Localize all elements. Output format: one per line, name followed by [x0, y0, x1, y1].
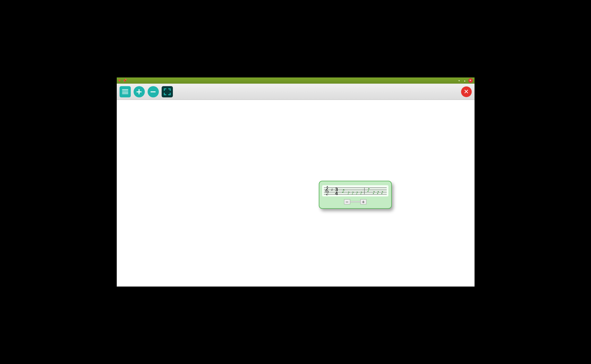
staff-view-button[interactable] — [120, 86, 131, 97]
tooltip-staff-icon: 𝄞 ♯ 3 4 ♪ ♪ ♪ ♪ ♪ ♪ ♪ ♪ ♪ — [322, 185, 388, 196]
close-button[interactable]: ✕ — [461, 86, 472, 97]
question-tooltip: 𝄞 ♯ 3 4 ♪ ♪ ♪ ♪ ♪ ♪ ♪ ♪ ♪ − + — [319, 181, 392, 209]
maximize-icon[interactable]: ▴ — [463, 78, 467, 83]
attempt-prev-button[interactable]: − — [344, 199, 350, 204]
attempt-next-button[interactable]: + — [360, 199, 366, 204]
zoom-in-button[interactable]: + — [134, 86, 145, 97]
info-block — [176, 86, 458, 98]
fullscreen-button[interactable] — [162, 86, 173, 97]
toolbar: + − — [117, 84, 475, 100]
chart-svg — [117, 100, 475, 287]
app-window: ♥ 📌 ▾ ▴ × + − — [117, 77, 475, 287]
window-close-icon[interactable]: × — [468, 78, 473, 83]
minimize-icon[interactable]: ▾ — [457, 78, 462, 83]
heart-icon: ♥ — [118, 78, 121, 83]
zoom-out-button[interactable]: − — [148, 86, 159, 97]
pin-icon[interactable]: 📌 — [123, 79, 127, 83]
chart-area: 𝄞 ♯ 3 4 ♪ ♪ ♪ ♪ ♪ ♪ ♪ ♪ ♪ − + — [117, 100, 475, 287]
attempt-counter — [350, 201, 360, 202]
titlebar: ♥ 📌 ▾ ▴ × — [117, 77, 475, 84]
